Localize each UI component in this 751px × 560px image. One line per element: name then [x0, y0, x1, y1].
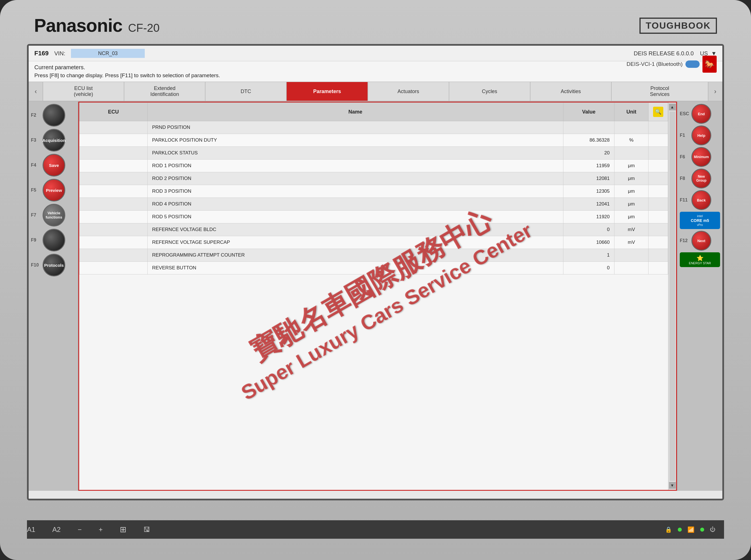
btn-next[interactable]: Next	[691, 231, 711, 251]
ferrari-logo: 🐎	[703, 56, 717, 73]
info-line2: Press [F8] to change display. Press [F11…	[34, 73, 717, 79]
cell-name: REFERNCE VOLTAGE BLDC	[147, 223, 563, 236]
table-row: REVERSE BUTTON 0	[79, 262, 668, 275]
table-row: REPROGRAMMING ATTEMPT COUNTER 1	[79, 249, 668, 262]
cell-unit	[614, 262, 649, 275]
cell-value: 86.36328	[563, 134, 614, 147]
cell-ecu	[79, 121, 147, 134]
cell-ecu	[79, 160, 147, 172]
cell-name: PARKLOCK STATUS	[147, 147, 563, 160]
cell-unit	[614, 249, 649, 262]
cell-unit: μm	[614, 211, 649, 223]
cell-unit: μm	[614, 185, 649, 198]
right-btn-f12: F12 Next	[680, 231, 720, 251]
f-code: F169	[34, 50, 48, 57]
btn-help[interactable]: Help	[691, 125, 711, 145]
cell-ecu	[79, 262, 147, 275]
taskbar-plus[interactable]: +	[99, 526, 103, 534]
tab-activities[interactable]: Activities	[530, 82, 611, 101]
table-row: ROD 2 POSITION 12081 μm	[79, 172, 668, 185]
btn-save[interactable]: Save	[43, 154, 65, 177]
col-header-value: Value	[563, 103, 614, 121]
right-btn-f11: F11 Back	[680, 190, 720, 210]
cell-name: ROD 4 POSITION	[147, 198, 563, 211]
cell-value: 12305	[563, 185, 614, 198]
cell-unit: μm	[614, 172, 649, 185]
taskbar-windows[interactable]: ⊞	[120, 525, 126, 534]
tabs-bar: ‹ ECU list(vehicle) ExtendedIdentificati…	[29, 82, 722, 102]
right-btn-f6: F6 Minimum	[680, 147, 720, 167]
btn-minimum[interactable]: Minimum	[691, 147, 711, 167]
table-row: ROD 5 POSITION 11920 μm	[79, 211, 668, 223]
screen: F169 VIN: NCR_03 DEIS RELEASE 6.0.0.0 US…	[27, 44, 724, 500]
cell-ecu	[79, 185, 147, 198]
search-btn[interactable]: 🔍	[653, 107, 663, 117]
tab-protocol-services[interactable]: ProtocolServices	[611, 82, 708, 101]
btn-new-group[interactable]: NewGroup	[691, 168, 711, 188]
btn-protocols[interactable]: Protocols	[43, 254, 65, 277]
scrollbar[interactable]: ▲ ▼	[668, 102, 676, 490]
cell-empty	[649, 172, 668, 185]
tab-cycles[interactable]: Cycles	[449, 82, 530, 101]
btn-f9[interactable]	[43, 229, 65, 252]
btn-preview[interactable]: Preview	[43, 179, 65, 201]
cell-name: REVERSE BUTTON	[147, 262, 563, 275]
btn-vehicle-functions[interactable]: Vehiclefunctions	[43, 204, 65, 226]
tab-extended-id[interactable]: ExtendedIdentification	[124, 82, 205, 101]
cell-value: 0	[563, 223, 614, 236]
btn-back[interactable]: Back	[691, 190, 711, 210]
table-row: ROD 4 POSITION 12041 μm	[79, 198, 668, 211]
info-line1: Current parameters.	[34, 64, 717, 71]
cell-name: ROD 2 POSITION	[147, 172, 563, 185]
btn-end[interactable]: End	[691, 104, 711, 124]
fn-f5-label: F5	[31, 187, 41, 193]
fn-f7-label: F7	[31, 213, 41, 218]
scroll-up[interactable]: ▲	[669, 104, 676, 111]
taskbar-file[interactable]: 🖫	[143, 526, 150, 534]
cell-empty	[649, 223, 668, 236]
col-header-name: Name	[147, 103, 563, 121]
left-btn-f5: F5 Preview	[31, 179, 76, 201]
taskbar: A1 A2 − + ⊞ 🖫 🔒 📶 ⏻	[27, 520, 724, 539]
tab-parameters[interactable]: Parameters	[286, 82, 368, 101]
fn-f1-label: F1	[680, 133, 690, 138]
cell-value: 11959	[563, 160, 614, 172]
brand-left: Panasonic CF-20	[34, 15, 160, 36]
cell-empty	[649, 262, 668, 275]
cell-empty	[649, 160, 668, 172]
scroll-down[interactable]: ▼	[669, 482, 676, 489]
cell-ecu	[79, 147, 147, 160]
table-row: ROD 1 POSITION 11959 μm	[79, 160, 668, 172]
cell-value: 12081	[563, 172, 614, 185]
tab-actuators[interactable]: Actuators	[368, 82, 449, 101]
table-row: PRND POSITION	[79, 121, 668, 134]
tab-prev-btn[interactable]: ‹	[29, 82, 43, 101]
cell-unit: %	[614, 134, 649, 147]
table-row: ROD 3 POSITION 12305 μm	[79, 185, 668, 198]
btn-acquisition[interactable]: Acquisition	[43, 129, 65, 152]
tab-ecu-list[interactable]: ECU list(vehicle)	[43, 82, 124, 101]
data-table: ECU Name Value Unit 🔍	[79, 102, 668, 275]
taskbar-icons: 🔒 📶 ⏻	[665, 526, 715, 533]
cell-empty	[649, 147, 668, 160]
col-header-unit: Unit	[614, 103, 649, 121]
cell-value: 10660	[563, 236, 614, 249]
taskbar-a2[interactable]: A2	[52, 526, 60, 534]
btn-f2[interactable]	[43, 104, 65, 126]
cell-ecu	[79, 211, 147, 223]
taskbar-minus[interactable]: −	[78, 526, 82, 534]
tab-next-btn[interactable]: ›	[708, 82, 722, 101]
cell-value: 20	[563, 147, 614, 160]
bluetooth-toggle[interactable]	[686, 60, 699, 68]
taskbar-a1[interactable]: A1	[27, 526, 35, 534]
fn-f6-label: F6	[680, 154, 690, 160]
table-row: PARKLOCK POSITION DUTY 86.36328 %	[79, 134, 668, 147]
right-btn-esc: ESC End	[680, 104, 720, 124]
cell-ecu	[79, 223, 147, 236]
tab-dtc[interactable]: DTC	[205, 82, 286, 101]
cell-value: 1	[563, 249, 614, 262]
fn-f2-label: F2	[31, 113, 41, 118]
fn-esc-label: ESC	[680, 111, 690, 116]
cell-unit	[614, 121, 649, 134]
cell-empty	[649, 134, 668, 147]
